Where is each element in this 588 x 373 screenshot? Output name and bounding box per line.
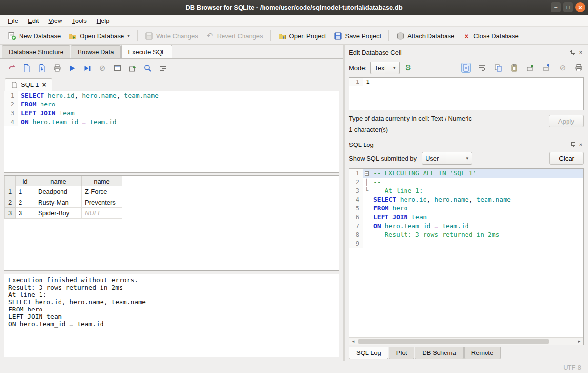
null-value[interactable]: NULL: [82, 208, 122, 219]
revert-changes-button[interactable]: ↶ Revert Changes: [202, 29, 267, 42]
open-database-button[interactable]: Open Database ▾: [64, 29, 134, 42]
write-changes-button[interactable]: Write Changes: [141, 29, 202, 42]
tab-plot[interactable]: Plot: [389, 347, 414, 359]
cell[interactable]: Rusty-Man: [35, 197, 82, 208]
toolbar-separator: [270, 30, 271, 41]
code-text: [370, 239, 373, 248]
close-icon[interactable]: ×: [575, 2, 585, 12]
column-header-name1[interactable]: name: [35, 176, 82, 186]
cell[interactable]: 3: [16, 208, 35, 219]
cell-type-info: Type of data currently in cell: Text / N…: [349, 115, 472, 122]
paste-icon[interactable]: [509, 63, 519, 73]
menu-tools[interactable]: Tools: [67, 16, 91, 26]
code-text: -- Result: 3 rows returned in 2ms: [370, 230, 499, 239]
save-sql-file-icon[interactable]: [37, 63, 46, 73]
line-number: 1: [4, 91, 18, 100]
sql-log-view[interactable]: 1−-- EXECUTING ALL IN 'SQL 1'2│--3└-- At…: [349, 169, 583, 337]
float-panel-icon[interactable]: [569, 49, 575, 55]
header-corner[interactable]: [5, 176, 16, 186]
row-number[interactable]: 3: [5, 208, 16, 219]
print-cell-icon[interactable]: [574, 63, 584, 73]
status-bar: UTF-8: [0, 361, 588, 373]
fold-line: [363, 222, 370, 230]
cell[interactable]: 2: [16, 197, 35, 208]
clear-log-button[interactable]: Clear: [549, 152, 584, 165]
scrollbar-thumb[interactable]: [358, 339, 549, 344]
scroll-left-icon[interactable]: ◂: [349, 339, 357, 344]
main-toolbar: New Database Open Database ▾ Write Chang…: [0, 27, 588, 45]
fold-marker-icon[interactable]: −: [363, 169, 370, 178]
new-database-button[interactable]: New Database: [4, 29, 64, 42]
close-tab-icon[interactable]: ×: [42, 82, 46, 88]
line-number: 4: [349, 195, 363, 204]
column-header-name2[interactable]: name: [82, 176, 122, 186]
menu-view[interactable]: View: [43, 16, 67, 26]
column-header-id[interactable]: id: [16, 176, 35, 186]
code-line: 11: [349, 78, 583, 86]
menu-edit[interactable]: Edit: [23, 16, 43, 26]
tab-execute-sql[interactable]: Execute SQL: [121, 45, 172, 58]
tab-sql-1[interactable]: SQL 1 ×: [5, 78, 52, 91]
open-sql-file-icon[interactable]: [22, 63, 31, 73]
sql-log-title: SQL Log: [349, 141, 374, 148]
apply-button[interactable]: Apply: [549, 115, 584, 127]
row-number[interactable]: 1: [5, 186, 16, 197]
code-line: 9: [349, 239, 583, 248]
sql-editor[interactable]: 1SELECT hero.id, hero.name, team.name2FR…: [4, 91, 339, 173]
auto-mode-icon[interactable]: ⚙: [404, 63, 413, 73]
menu-help[interactable]: Help: [92, 16, 115, 26]
print-icon[interactable]: [52, 63, 61, 73]
execute-line-icon[interactable]: [82, 63, 92, 73]
tab-database-structure[interactable]: Database Structure: [2, 45, 70, 58]
results-header-row: id name name: [5, 176, 122, 186]
table-row[interactable]: 2 2 Rusty-Man Preventers: [5, 197, 122, 208]
stop-icon[interactable]: ⊘: [98, 63, 107, 73]
tab-sql-log[interactable]: SQL Log: [349, 347, 388, 359]
submitter-select[interactable]: User ▾: [422, 152, 472, 165]
copy-icon[interactable]: [493, 63, 503, 73]
float-panel-icon[interactable]: [569, 142, 575, 147]
execute-all-icon[interactable]: [67, 63, 77, 73]
line-number: 5: [349, 204, 363, 213]
horizontal-scrollbar[interactable]: ◂ ▸: [349, 337, 583, 345]
sql-log-box: 1−-- EXECUTING ALL IN 'SQL 1'2│--3└-- At…: [349, 168, 584, 345]
new-editor-window-icon[interactable]: [113, 63, 122, 73]
save-project-button[interactable]: Save Project: [330, 29, 385, 42]
set-null-icon[interactable]: ⊘: [558, 63, 568, 73]
results-table: id name name 1 1 Deadpond Z-Force: [4, 176, 122, 219]
open-sql-tab-icon[interactable]: [7, 63, 16, 73]
close-panel-icon[interactable]: ×: [578, 49, 584, 55]
cell[interactable]: Preventers: [82, 197, 122, 208]
format-sql-icon[interactable]: [158, 63, 167, 73]
find-replace-icon[interactable]: [143, 63, 152, 73]
main-tab-bar: Database Structure Browse Data Execute S…: [0, 45, 343, 58]
attach-database-button[interactable]: Attach Database: [392, 29, 458, 42]
scroll-right-icon[interactable]: ▸: [575, 339, 583, 344]
tab-remote[interactable]: Remote: [464, 347, 501, 359]
tab-db-schema[interactable]: DB Schema: [415, 347, 463, 359]
table-row[interactable]: 1 1 Deadpond Z-Force: [5, 186, 122, 197]
minimize-icon[interactable]: −: [551, 2, 561, 12]
tab-browse-data[interactable]: Browse Data: [71, 45, 121, 58]
cell[interactable]: 1: [16, 186, 35, 197]
maximize-icon[interactable]: □: [563, 2, 573, 12]
word-wrap-icon[interactable]: [477, 63, 487, 73]
export-cell-icon[interactable]: [542, 63, 551, 73]
text-view-icon[interactable]: [461, 63, 471, 73]
import-sql-icon[interactable]: [128, 63, 137, 73]
fold-line: └: [363, 186, 370, 195]
cell-value-editor[interactable]: 11: [349, 77, 584, 110]
close-panel-icon[interactable]: ×: [578, 142, 584, 147]
menu-file[interactable]: File: [3, 16, 23, 26]
write-changes-icon: [145, 32, 153, 40]
execution-message: Execution finished without errors. Resul…: [8, 276, 335, 328]
open-project-button[interactable]: Open Project: [274, 29, 330, 42]
row-number[interactable]: 2: [5, 197, 16, 208]
close-database-button[interactable]: × Close Database: [458, 29, 523, 42]
mode-select[interactable]: Text ▾: [370, 62, 399, 74]
cell[interactable]: Spider-Boy: [35, 208, 82, 219]
import-cell-icon[interactable]: [526, 63, 535, 73]
cell[interactable]: Z-Force: [82, 186, 122, 197]
cell[interactable]: Deadpond: [35, 186, 82, 197]
table-row[interactable]: 3 3 Spider-Boy NULL: [5, 208, 122, 219]
